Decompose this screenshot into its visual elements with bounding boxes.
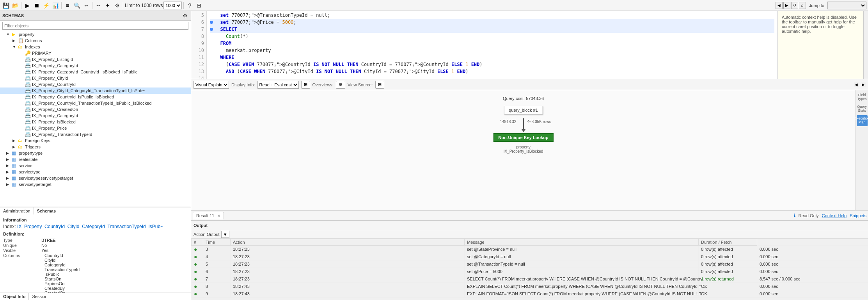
expand-arrow-re[interactable]: ▶	[6, 157, 12, 161]
tree-item-idx7[interactable]: 📇 IX_Property_CountryId_IsPublic_IsBlock…	[0, 94, 191, 100]
collapse-btn-right[interactable]: ▶	[861, 82, 866, 87]
expand-arrow-svct[interactable]: ▶	[6, 170, 12, 174]
view-source-label: View Source:	[348, 82, 373, 87]
nav-forward-button[interactable]: ▶	[783, 2, 790, 9]
tree-item-idx10[interactable]: 📇 IX_Property_CategoryId	[0, 112, 191, 119]
filter-input[interactable]	[2, 22, 188, 30]
tree-item-idx8[interactable]: 📇 IX_Property_CountryId_TransactionTypeI…	[0, 100, 191, 106]
index-icon-11: 📇	[25, 119, 31, 125]
result-area: Result 11 ✕ ℹ Read Only Context Help Sni…	[191, 210, 868, 300]
replace-button[interactable]: ↔	[82, 1, 91, 10]
nav-refresh-button[interactable]: ↺	[791, 2, 798, 9]
tree-item-idx3[interactable]: 📇 IX_Property_CategoryId_CountryId_IsBlo…	[0, 69, 191, 75]
bottom-section: Administration Schemas Information Index…	[0, 207, 191, 300]
tree-item-property[interactable]: ▼ ▶ property	[0, 31, 191, 38]
tree-item-idx6-selected[interactable]: 📇 IX_Property_CityId_CategoryId_Transact…	[0, 88, 191, 94]
tree-item-realestate[interactable]: ▶ ▦ realestate	[0, 156, 191, 162]
line-number: 5	[193, 12, 204, 19]
tree-item-svctype-target[interactable]: ▶ ▦ servicetypeservicetypetarget	[0, 175, 191, 181]
output-table-scroll[interactable]: # Time Action Message Duration / Fetch ●…	[191, 239, 868, 300]
toolbar-separator-1	[21, 2, 21, 9]
tree-item-propertytype[interactable]: ▶ ▦ propertytype	[0, 150, 191, 156]
snippets-link[interactable]: Snippets	[850, 213, 866, 218]
object-info-tab[interactable]: Object Info	[0, 293, 29, 300]
view-source-icon-btn[interactable]: ⊟	[375, 81, 384, 89]
tree-item-idx9[interactable]: 📇 IX_Property_CreatedOn	[0, 106, 191, 112]
tree-item-primary[interactable]: 🔑 PRIMARY	[0, 50, 191, 56]
result-tab-close[interactable]: ✕	[217, 214, 220, 218]
tree-item-idx2[interactable]: 📇 IX_Property_CategoryId	[0, 62, 191, 69]
visible-val: Yes	[41, 248, 188, 253]
toggle-comment-button[interactable]: --	[94, 1, 103, 10]
overviews-btn[interactable]: ⊞	[301, 81, 310, 89]
result-tab-11[interactable]: Result 11 ✕	[193, 212, 224, 220]
action-cell: EXPLAIN SELECT Count(*) FROM meerkat.pro…	[465, 283, 699, 290]
tree-item-idx5[interactable]: 📇 IX_Property_CountryId	[0, 81, 191, 88]
context-help-button[interactable]: ?	[185, 1, 194, 10]
nav-home-button[interactable]: ⌂	[799, 2, 806, 9]
expand-arrow-idx[interactable]: ▼	[12, 45, 18, 49]
find-button[interactable]: 🔍	[73, 1, 81, 10]
tree-item-idx13[interactable]: 📇 IX_Property_TransactionTypeId	[0, 131, 191, 138]
toolbar-separator-3	[92, 2, 92, 9]
expand-arrow-svc[interactable]: ▶	[6, 164, 12, 168]
view-source-btn[interactable]: ⚙	[336, 81, 345, 89]
tree-item-service[interactable]: ▶ ▦ service	[0, 162, 191, 169]
field-types-btn[interactable]: Field Types	[857, 92, 868, 103]
limit-select[interactable]: 1000	[163, 2, 182, 9]
execution-plan-btn[interactable]: Execution Plan	[857, 115, 868, 126]
tree-item-idx12[interactable]: 📇 IX_Property_Price	[0, 125, 191, 131]
tree-item-indexes[interactable]: ▼ 🗂 Indexes	[0, 44, 191, 50]
execute-button[interactable]: ▶	[23, 1, 32, 10]
non-unique-key-box[interactable]: Non-Unique Key Lookup	[493, 133, 553, 142]
sql-code: SELECT	[215, 26, 237, 33]
action-output-dropdown[interactable]: ▼	[221, 231, 229, 238]
context-help-link[interactable]: Context Help	[822, 213, 847, 218]
duration-cell: 0.000 sec	[757, 246, 868, 253]
expand-arrow-svct2[interactable]: ▶	[6, 182, 12, 186]
index-icon-13: 📇	[25, 132, 31, 137]
expand-arrow-fk[interactable]: ▶	[12, 139, 18, 143]
expand-arrow[interactable]: ▼	[6, 32, 12, 36]
indexes-folder-icon: 🗂	[18, 44, 24, 50]
schemas-tab[interactable]: Schemas	[34, 207, 59, 214]
format-button[interactable]: ≡	[63, 1, 72, 10]
explain-button[interactable]: ⚡	[42, 1, 50, 10]
query-block-box[interactable]: query_block #1	[504, 106, 543, 114]
tree-item-fk[interactable]: ▶ 🗂 Foreign Keys	[0, 138, 191, 144]
session-tab[interactable]: Session	[29, 293, 51, 300]
tree-item-triggers[interactable]: ▶ 🗂 Triggers	[0, 144, 191, 150]
time-cell: 18:27:23	[231, 275, 465, 283]
toggle-results-button[interactable]: ⊟	[195, 1, 203, 10]
collapse-btn-left[interactable]: ◀	[854, 82, 859, 87]
schemas-menu-button[interactable]: ⚙	[181, 12, 188, 19]
output-label: Output	[193, 223, 208, 228]
editor-scrollbar[interactable]	[863, 11, 868, 79]
tree-item-svctarget[interactable]: ▶ ▦ servicetypetarget	[0, 181, 191, 188]
tree-item-idx1[interactable]: 📇 IX_Property_ListingId	[0, 56, 191, 62]
jump-to-select[interactable]	[827, 2, 866, 9]
index-icon-1: 📇	[25, 57, 31, 62]
arrow-down	[523, 118, 524, 130]
autocomplete-button[interactable]: ✦	[103, 1, 112, 10]
open-button[interactable]: 📂	[11, 1, 20, 10]
sql-line: set 770077;">@TransactionTypeId = null;	[210, 12, 774, 19]
expand-arrow-cols[interactable]: ▶	[12, 39, 18, 43]
display-type-select[interactable]: Visual Explain	[193, 81, 229, 89]
expand-arrow-trig[interactable]: ▶	[12, 145, 18, 149]
visual-explain-button[interactable]: 📊	[51, 1, 60, 10]
expand-arrow-pt[interactable]: ▶	[6, 151, 12, 155]
expand-arrow-svctt[interactable]: ▶	[6, 176, 12, 180]
query-stats-btn[interactable]: Query Stats	[857, 104, 868, 114]
save-button[interactable]: 💾	[2, 1, 10, 10]
display-info-select[interactable]: Read + Eval cost	[257, 81, 299, 89]
tree-item-idx11[interactable]: 📇 IX_Property_IsBlocked	[0, 119, 191, 125]
tree-item-columns[interactable]: ▶ 📋 Columns	[0, 38, 191, 44]
admin-tab[interactable]: Administration	[0, 207, 34, 214]
wrap-button[interactable]: ⚙	[113, 1, 121, 10]
stop-button[interactable]: ⏹	[32, 1, 41, 10]
nav-back-button[interactable]: ◀	[776, 2, 783, 9]
tree-item-servicetype[interactable]: ▶ ▦ servicetype	[0, 169, 191, 175]
sql-content[interactable]: set 770077;">@TransactionTypeId = null; …	[207, 11, 777, 79]
tree-item-idx4[interactable]: 📇 IX_Property_CityId	[0, 75, 191, 81]
